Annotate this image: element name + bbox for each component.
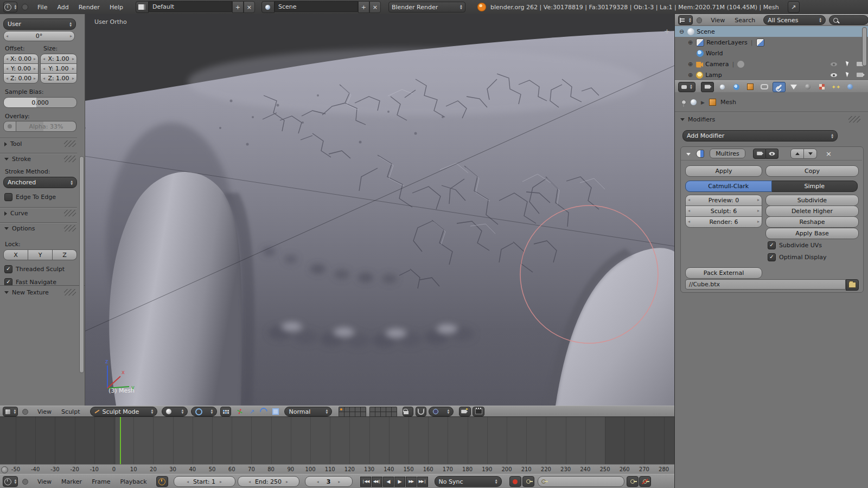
- move-modifier-down-button[interactable]: [804, 149, 817, 159]
- keying-set-field[interactable]: [538, 476, 624, 487]
- pivot-point-dropdown[interactable]: ▲▼: [191, 407, 217, 416]
- threaded-sculpt-row[interactable]: ✓ Threaded Sculpt: [4, 265, 65, 273]
- subdivide-button[interactable]: Subdivide: [765, 195, 859, 206]
- file-browse-button[interactable]: [846, 279, 859, 291]
- object-breadcrumb-icon[interactable]: [691, 99, 697, 105]
- scale-manipulator-icon[interactable]: [270, 407, 281, 416]
- layer-cell[interactable]: [392, 412, 397, 416]
- record-button[interactable]: [509, 476, 521, 487]
- translate-manipulator-icon[interactable]: ↗: [246, 407, 257, 416]
- copy-button[interactable]: Copy: [765, 165, 859, 177]
- manipulator-toggle-icon[interactable]: [220, 407, 231, 416]
- add-layout-button[interactable]: +: [232, 1, 244, 13]
- outliner-menu-view[interactable]: View: [706, 17, 730, 24]
- tab-physics[interactable]: [844, 82, 856, 92]
- sculpt-level-field[interactable]: ◂Sculpt: 6▸: [685, 206, 762, 217]
- modifier-name-field[interactable]: Multires: [710, 149, 745, 158]
- modifier-render-toggle-icon[interactable]: [753, 149, 766, 159]
- tab-constraints[interactable]: [758, 82, 770, 92]
- panel-drag-hatch[interactable]: [64, 210, 76, 216]
- current-frame-field[interactable]: ◂3▸: [305, 476, 353, 487]
- offset-y-field[interactable]: ◂Y: 0.00▸: [3, 63, 39, 74]
- outliner-scrollbar[interactable]: [862, 27, 867, 66]
- layer-cell[interactable]: [386, 407, 391, 412]
- angle-field[interactable]: ◂0°▸: [3, 31, 75, 41]
- layer-cell[interactable]: [344, 412, 349, 416]
- ruler-knob-icon[interactable]: [1, 466, 8, 473]
- lock-x-button[interactable]: X: [3, 249, 28, 260]
- sample-bias-slider[interactable]: 0.000: [3, 97, 77, 108]
- rotate-manipulator-icon[interactable]: [258, 407, 269, 416]
- outliner-row-camera[interactable]: ⊕ Camera |: [675, 59, 868, 69]
- collapse-menus-icon[interactable]: [22, 409, 28, 415]
- layer-cell[interactable]: [375, 407, 380, 412]
- tab-texture[interactable]: [816, 82, 828, 92]
- timeline-ruler[interactable]: -50-40-30-20-100102030405060708090100110…: [0, 464, 674, 475]
- layer-cell[interactable]: [370, 412, 375, 416]
- panel-curve[interactable]: Curve: [4, 210, 28, 217]
- size-y-field[interactable]: ◂Y: 1.00▸: [40, 63, 77, 74]
- manipulator-axis-icon[interactable]: [234, 407, 245, 416]
- panel-options[interactable]: Options: [4, 225, 35, 232]
- mode-dropdown[interactable]: Sculpt Mode▲▼: [90, 407, 157, 416]
- tab-material[interactable]: [802, 82, 814, 92]
- screen-layout-name[interactable]: Default: [149, 1, 232, 12]
- lock-z-button[interactable]: Z: [53, 249, 77, 260]
- edge-to-edge-row[interactable]: ✓ Edge To Edge: [4, 193, 56, 201]
- lock-to-scene-icon[interactable]: [403, 407, 413, 416]
- panel-drag-hatch[interactable]: [64, 156, 76, 162]
- layer-cell[interactable]: [392, 407, 397, 412]
- frame-end-field[interactable]: ◂End: 250▸: [238, 476, 299, 487]
- texture-view-dropdown[interactable]: User▲▼: [3, 18, 76, 30]
- panel-drag-hatch[interactable]: [64, 140, 76, 147]
- breadcrumb-label[interactable]: Mesh: [720, 99, 736, 106]
- hide-icon[interactable]: [831, 72, 837, 79]
- expander-icon[interactable]: ⊕: [688, 39, 693, 46]
- outliner-search-box[interactable]: [829, 15, 868, 25]
- layer-cell[interactable]: [355, 407, 360, 412]
- outliner-filter-dropdown[interactable]: All Scenes▲▼: [763, 15, 826, 25]
- outliner-row-lamp[interactable]: ⊕ Lamp: [675, 69, 868, 80]
- stroke-method-dropdown[interactable]: Anchored▲▼: [3, 177, 77, 188]
- render-level-field[interactable]: ◂Render: 6▸: [685, 216, 762, 228]
- layer-cell[interactable]: [386, 412, 391, 416]
- play-reverse-button[interactable]: ◀: [383, 477, 394, 487]
- transform-orientation-dropdown[interactable]: Normal▲▼: [284, 407, 332, 416]
- layer-grid[interactable]: [369, 407, 397, 417]
- simple-button[interactable]: Simple: [772, 181, 858, 192]
- timeline-menu-playback[interactable]: Playback: [115, 478, 151, 485]
- menu-add[interactable]: Add: [52, 4, 73, 11]
- editor-type-timeline-icon[interactable]: ▲▼: [3, 476, 18, 487]
- insert-keyframe-button[interactable]: [627, 476, 639, 487]
- delete-modifier-icon[interactable]: ×: [826, 150, 832, 158]
- size-z-field[interactable]: ◂Z: 1.00▸: [40, 73, 77, 84]
- delete-layout-button[interactable]: ×: [244, 1, 255, 13]
- layer-cell[interactable]: [381, 412, 386, 416]
- tab-scene[interactable]: [716, 82, 728, 92]
- tab-object-data[interactable]: [788, 82, 800, 92]
- npanel-plus-icon[interactable]: +: [664, 27, 670, 35]
- tab-object[interactable]: [744, 82, 756, 92]
- panel-tool[interactable]: Tool: [4, 140, 22, 147]
- view3d-menu-view[interactable]: View: [33, 408, 56, 415]
- editor-type-outliner-icon[interactable]: ▲▼: [678, 15, 693, 25]
- timeline-tracks[interactable]: [0, 416, 674, 465]
- menu-render[interactable]: Render: [74, 4, 105, 11]
- add-scene-button[interactable]: +: [358, 1, 369, 13]
- sync-dropdown[interactable]: No Sync▲▼: [435, 476, 502, 487]
- optimal-display-checkbox[interactable]: ✓: [768, 253, 776, 261]
- add-modifier-dropdown[interactable]: Add Modifier▲▼: [682, 130, 838, 142]
- menu-file[interactable]: File: [33, 4, 52, 11]
- overlay-alpha-slider[interactable]: Alpha: 33%: [16, 121, 76, 132]
- pack-external-button[interactable]: Pack External: [685, 267, 762, 279]
- panel-drag-hatch[interactable]: [64, 225, 76, 232]
- reshape-button[interactable]: Reshape: [765, 216, 859, 228]
- outliner-menu-search[interactable]: Search: [730, 17, 760, 24]
- panel-drag-hatch[interactable]: [64, 289, 76, 296]
- window-duplicate-icon[interactable]: ↗: [788, 1, 800, 13]
- collapse-menus-icon[interactable]: [22, 479, 28, 485]
- preview-level-field[interactable]: ◂Preview: 0▸: [685, 195, 762, 206]
- editor-type-3dview-icon[interactable]: ▲▼: [3, 407, 18, 416]
- editor-type-info-icon[interactable]: i ▲▼: [3, 2, 17, 12]
- move-modifier-up-button[interactable]: [790, 149, 804, 159]
